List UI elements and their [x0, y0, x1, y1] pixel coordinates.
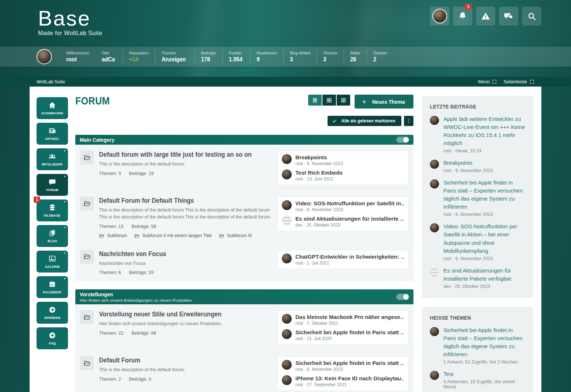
mark-all-read-button[interactable]: Alle als gelesen markieren — [328, 116, 401, 126]
forum-title[interactable]: Default Forum for Default Things — [99, 197, 262, 205]
stat-value[interactable]: +14 — [129, 56, 147, 63]
sidebar-item-dashboard[interactable]: DASHBOARD — [37, 97, 68, 119]
stat-value[interactable]: 2 — [373, 56, 386, 63]
item-title[interactable]: Breakpoints — [443, 159, 525, 167]
stat-value[interactable]: 178 — [201, 56, 215, 63]
sidebar-label: Seitenleiste — [503, 79, 527, 84]
view-mode-button[interactable] — [322, 95, 336, 106]
avatar[interactable] — [282, 254, 292, 263]
avatar[interactable] — [430, 327, 439, 336]
moderation-button[interactable] — [476, 7, 495, 26]
post-title[interactable]: Es sind Aktualisierungen für installiert… — [295, 216, 404, 222]
sidebar-item-blog[interactable]: BLOG — [37, 225, 68, 247]
user-avatar[interactable] — [37, 49, 52, 64]
content-area: DASHBOARD ARTIKEL MITGLIEDER FORUM 1 FIL… — [30, 87, 541, 392]
post-title[interactable]: Sicherheit bei Apple findet in Paris sta… — [295, 360, 404, 366]
stat-label: Bilder — [350, 51, 360, 55]
avatar[interactable] — [430, 116, 439, 125]
subforum-link[interactable]: Subforum II mit einem langen Titel — [134, 233, 212, 239]
avatar[interactable] — [282, 375, 292, 385]
avatar[interactable] — [282, 329, 292, 339]
collapse-toggle[interactable] — [396, 137, 409, 143]
stat-value[interactable]: 26 — [350, 56, 359, 63]
stat-label: Dateien — [373, 51, 387, 55]
stat-value[interactable]: adCa — [102, 56, 115, 63]
view-mode-button[interactable] — [337, 95, 350, 106]
stat-value[interactable]: 3 — [323, 56, 336, 63]
sidebar-item-filebase[interactable]: 1 FILEBASE — [37, 199, 68, 221]
forum-title[interactable]: Default forum with large title just for … — [99, 151, 262, 159]
latest-post: Video: SOS-Notruffunktion per Satellit i… — [282, 200, 404, 212]
breadcrumb[interactable]: WoltLab Suite — [37, 79, 65, 84]
item-title[interactable]: Sicherheit bei Apple findet in Paris sta… — [443, 179, 525, 211]
sidebar-item-faq[interactable]: FAQ — [37, 327, 68, 349]
item-title[interactable]: Video: SOS-Notruffunktion per Satellit i… — [443, 222, 525, 255]
category-header[interactable]: Vorstellungen Hier finden sich unsere An… — [75, 289, 413, 304]
stat-value[interactable]: 3 — [290, 56, 309, 63]
forum-category: Vorstellungen Hier finden sich unsere An… — [75, 289, 413, 392]
forum-stat: Themen: 6 — [99, 270, 121, 275]
sidebar-item-galerie[interactable]: GALERIE — [37, 251, 68, 273]
avatar[interactable] — [430, 160, 439, 169]
avatar[interactable] — [282, 216, 292, 225]
menu-toggle[interactable]: Menü — [478, 79, 497, 84]
item-title[interactable]: Apple lädt weitere Entwickler zu WWDC-Li… — [443, 115, 525, 147]
sidebar-item-spenden[interactable]: SPENDEN — [37, 302, 68, 324]
user-menu-button[interactable] — [430, 7, 449, 26]
category-header[interactable]: Main Category — [75, 135, 413, 145]
avatar[interactable] — [282, 360, 292, 370]
notifications-button[interactable]: 1 — [453, 7, 472, 26]
banner: Base Made for WoltLab Suite 1 — [0, 0, 571, 47]
latest-posts-card: ChatGPT-Entwickler in Schwierigkeiten: …… — [277, 250, 409, 269]
sidebar-toggle[interactable]: Seitenleiste — [503, 79, 534, 84]
sidebar-item-mitglieder[interactable]: MITGLIEDER — [37, 148, 68, 170]
search-button[interactable] — [522, 7, 541, 26]
sidebar-item-forum[interactable]: FORUM — [37, 174, 68, 196]
stat-value[interactable]: 1.954 — [229, 56, 242, 63]
avatar[interactable] — [282, 154, 292, 164]
post-title[interactable]: iPhone 13: Kein Face ID nach Displaytau… — [295, 375, 404, 381]
userbar-stat: Punkte 1.954 — [222, 49, 250, 64]
avatar[interactable] — [282, 314, 292, 324]
stat-value[interactable]: 9 — [257, 56, 275, 63]
collapse-toggle[interactable] — [396, 294, 409, 300]
stat-value[interactable]: Anzeigen — [162, 56, 186, 63]
forum-title[interactable]: Nachrichten von Focus — [99, 250, 262, 258]
avatar[interactable] — [282, 200, 292, 210]
sidebar-item-label: FILEBASE — [44, 213, 60, 217]
avatar[interactable] — [430, 267, 439, 277]
forum-title[interactable]: Default Forum — [99, 357, 262, 364]
post-title[interactable]: Das kleinste Macbook Pro näher angese… — [295, 314, 404, 320]
post-title[interactable]: Breakpoints — [295, 154, 404, 160]
conversations-button[interactable] — [499, 7, 518, 26]
more-options-button[interactable] — [404, 116, 413, 126]
database-icon — [48, 203, 57, 212]
sidebar-item-label: KALENDER — [43, 290, 62, 294]
brand[interactable]: Base Made for WoltLab Suite — [38, 7, 102, 37]
subforum-link[interactable]: Subforum — [99, 233, 127, 239]
post-title[interactable]: Test Rich Embeds — [295, 170, 404, 176]
post-title[interactable]: Video: SOS-Notruffunktion per Satellit i… — [295, 200, 404, 206]
avatar[interactable] — [430, 371, 439, 380]
item-title[interactable]: Es sind Aktualisierungen für installiert… — [443, 267, 525, 283]
item-title[interactable]: Sicherheit bei Apple findet in Paris sta… — [443, 326, 525, 358]
forum-title[interactable]: Vorstellung neuer Stile und Erweiterunge… — [99, 311, 262, 318]
avatar[interactable] — [430, 179, 439, 189]
avatar[interactable] — [430, 223, 439, 232]
username[interactable]: root — [66, 56, 87, 63]
avatar[interactable] — [282, 170, 292, 179]
view-mode-button[interactable] — [308, 95, 322, 106]
sidebar-item-label: GALERIE — [45, 264, 60, 269]
sidebar-item-kalender[interactable]: KALENDER — [37, 276, 68, 298]
sidebar-item-label: SPENDEN — [44, 316, 60, 320]
forum-stat: Beiträge: 19 — [129, 171, 154, 176]
post-title[interactable]: ChatGPT-Entwickler in Schwierigkeiten: … — [295, 254, 404, 260]
forum-stat: Themen: 3 — [99, 171, 121, 176]
header-buttons: 1 — [430, 7, 541, 26]
subforum-link[interactable]: Subforum III — [219, 233, 252, 239]
post-title[interactable]: Sicherheit bei Apple findet in Paris sta… — [295, 329, 404, 335]
item-meta: root · 6. November 2023 — [443, 212, 525, 217]
new-topic-button[interactable]: Neues Thema — [355, 95, 413, 109]
sidebar-item-artikel[interactable]: ARTIKEL — [37, 123, 68, 145]
item-title[interactable]: Test — [443, 370, 525, 378]
